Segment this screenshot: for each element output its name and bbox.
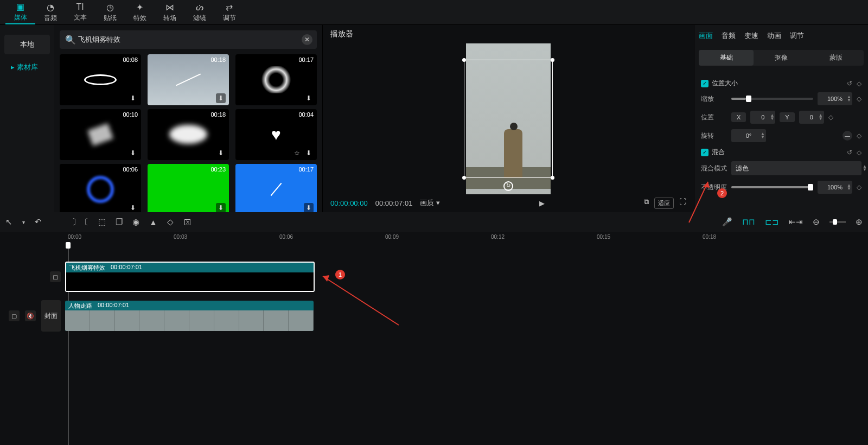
play-button[interactable]: ▶ (448, 199, 636, 207)
mirror-button[interactable]: ▲ (149, 218, 157, 227)
keyframe-icon[interactable]: ◇ (857, 149, 861, 156)
asset-thumb[interactable]: 00:06⬇ (60, 164, 141, 212)
tab-label: 转场 (163, 14, 176, 23)
mute-toggle[interactable]: 🔇 (25, 310, 36, 321)
keyframe-icon[interactable]: ◇ (828, 113, 833, 121)
insp-tab-speed[interactable]: 变速 (744, 31, 758, 41)
rotation-value[interactable]: 0°▲▼ (731, 129, 766, 142)
tab-adjust[interactable]: ⇄调节 (214, 0, 244, 24)
search-input[interactable] (60, 30, 317, 49)
compare-icon[interactable]: ⧉ (644, 198, 649, 209)
section-checkbox[interactable]: ✓ (701, 149, 709, 156)
subtab-keying[interactable]: 抠像 (754, 50, 808, 66)
rotation-label: 旋转 (701, 131, 727, 141)
tab-label: 特效 (133, 14, 146, 23)
blend-mode-select[interactable]: 滤色▲▼ (731, 161, 861, 175)
clip-duration: 00:00:07:01 (98, 302, 129, 310)
favorite-icon[interactable]: ☆ (292, 148, 302, 158)
insp-tab-picture[interactable]: 画面 (699, 31, 713, 41)
side-local[interactable]: 本地 (4, 35, 50, 54)
split-button[interactable]: 〕〔 (72, 217, 88, 227)
download-icon[interactable]: ⬇ (216, 93, 226, 103)
clip-name: 人物走路 (68, 302, 92, 310)
clear-search[interactable]: ✕ (302, 34, 312, 45)
zoom-out-icon[interactable]: ⊖ (813, 217, 820, 227)
rotation-dial[interactable]: — (843, 131, 852, 141)
asset-thumb[interactable]: 00:17⬇ (235, 164, 317, 212)
keyframe-icon[interactable]: ◇ (857, 95, 861, 103)
link-icon[interactable]: ⊏⊐ (765, 217, 779, 227)
download-icon[interactable]: ⬇ (304, 93, 314, 103)
download-icon[interactable]: ⬇ (304, 148, 314, 158)
tab-media[interactable]: ▣媒体 (5, 0, 35, 24)
asset-thumb[interactable]: ♥00:04☆⬇ (235, 109, 317, 160)
crop2-button[interactable]: ⮽ (183, 218, 192, 227)
reset-icon[interactable]: ↺ (847, 80, 852, 87)
asset-thumb[interactable]: 00:18⬇ (148, 109, 229, 160)
crop-button[interactable]: ⬚ (98, 217, 106, 227)
insp-tab-audio[interactable]: 音频 (722, 31, 736, 41)
asset-thumb[interactable]: 00:18⬇ (148, 54, 229, 105)
clip-video[interactable]: 人物走路00:00:07:01 (65, 301, 314, 331)
fullscreen-icon[interactable]: ⛶ (679, 198, 686, 209)
mic-icon[interactable]: 🎤 (722, 217, 732, 227)
blend-mode-label: 混合模式 (701, 164, 727, 173)
asset-thumb[interactable]: 00:08⬇ (60, 54, 141, 105)
insp-tab-anim[interactable]: 动画 (767, 31, 781, 41)
insp-tab-adjust[interactable]: 调节 (790, 31, 804, 41)
transition-icon: ⋈ (165, 2, 174, 12)
undo-button[interactable]: ↶ (35, 217, 42, 227)
side-label: 本地 (20, 40, 34, 48)
tab-label: 音频 (44, 14, 57, 23)
annotation-2: 2 (717, 188, 727, 198)
quality-menu[interactable]: 画质 ▾ (420, 198, 440, 208)
tab-effect[interactable]: ✦特效 (125, 0, 155, 24)
asset-thumb[interactable]: 00:17⬇ (235, 54, 317, 105)
tab-sticker[interactable]: ◷贴纸 (95, 0, 125, 24)
opacity-slider[interactable] (731, 186, 813, 188)
keyframe-icon[interactable]: ◇ (857, 132, 861, 139)
download-icon[interactable]: ⬇ (128, 93, 138, 103)
rotate-button[interactable]: ◇ (167, 217, 174, 227)
cover-button[interactable]: 封面 (41, 300, 61, 332)
download-icon[interactable]: ⬇ (216, 203, 226, 212)
download-icon[interactable]: ⬇ (216, 148, 226, 158)
cursor-tool[interactable]: ↖ (5, 217, 12, 227)
clip-effect[interactable]: 飞机烟雾特效00:00:07:01 (65, 262, 315, 292)
reset-icon[interactable]: ↺ (847, 149, 852, 156)
align-icon[interactable]: ⇤⇥ (789, 217, 803, 227)
section-checkbox[interactable]: ✓ (701, 80, 709, 87)
zoom-in-icon[interactable]: ⊕ (856, 217, 863, 227)
preview-canvas[interactable]: ↻ (323, 43, 694, 194)
time-ruler[interactable]: 00:00 00:03 00:06 00:09 00:12 00:15 00:1… (0, 232, 868, 244)
side-library[interactable]: 素材库 (4, 58, 50, 77)
cursor-dropdown[interactable]: ▾ (22, 219, 25, 225)
track-toggle[interactable]: ▢ (50, 271, 61, 282)
pos-x-value[interactable]: 0▲▼ (750, 111, 775, 124)
pos-y-value[interactable]: 0▲▼ (799, 111, 824, 124)
filter-icon: ᔖ (196, 2, 203, 12)
download-icon[interactable]: ⬇ (128, 203, 138, 212)
subtab-mask[interactable]: 蒙版 (809, 50, 864, 66)
download-icon[interactable]: ⬇ (128, 148, 138, 158)
copy-button[interactable]: ❐ (116, 217, 123, 227)
tab-filter[interactable]: ᔖ滤镜 (184, 0, 214, 24)
subtab-basic[interactable]: 基础 (699, 50, 754, 66)
asset-thumb[interactable]: 00:10⬇ (60, 109, 141, 160)
keyframe-icon[interactable]: ◇ (857, 80, 861, 87)
scale-slider[interactable] (731, 98, 813, 100)
download-icon[interactable]: ⬇ (304, 203, 314, 212)
tab-transition[interactable]: ⋈转场 (155, 0, 184, 24)
zoom-slider[interactable] (829, 221, 846, 223)
asset-thumb[interactable]: 00:23⬇ (148, 164, 229, 212)
tab-audio[interactable]: ◔音频 (35, 0, 65, 24)
tab-text[interactable]: TI文本 (65, 0, 95, 24)
preview-button[interactable]: ◉ (132, 217, 139, 227)
scale-value[interactable]: 100%▲▼ (818, 92, 852, 105)
magnet-icon[interactable]: ⊓⊓ (742, 217, 755, 227)
track-toggle[interactable]: ▢ (9, 310, 20, 321)
keyframe-icon[interactable]: ◇ (857, 183, 861, 191)
fit-button[interactable]: 适应 (654, 198, 674, 209)
opacity-value[interactable]: 100%▲▼ (818, 181, 852, 194)
pos-x-label: X (731, 112, 746, 122)
